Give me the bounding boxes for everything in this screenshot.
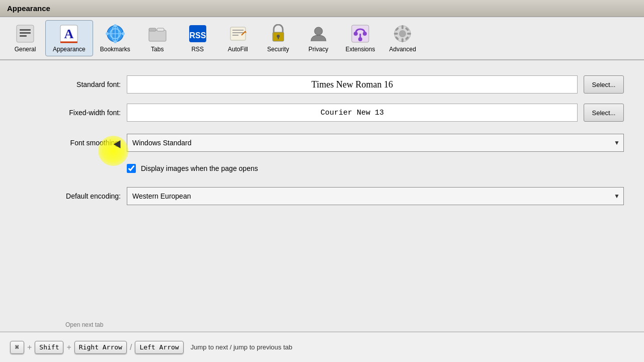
standard-font-row: Standard font: Times New Roman 16 Select… bbox=[20, 75, 624, 94]
display-images-label[interactable]: Display images when the page opens bbox=[141, 164, 258, 172]
svg-text:RSS: RSS bbox=[189, 31, 206, 40]
right-arrow-key-badge: Right Arrow bbox=[74, 341, 127, 354]
svg-rect-1 bbox=[20, 29, 31, 31]
rss-icon: RSS bbox=[188, 24, 208, 44]
sidebar-item-privacy[interactable]: Privacy bbox=[298, 21, 339, 56]
autofill-icon bbox=[228, 24, 248, 44]
svg-rect-3 bbox=[20, 35, 27, 37]
fixed-width-font-label: Fixed-width font: bbox=[20, 109, 121, 117]
preferences-window: Appearance General A bbox=[0, 0, 644, 362]
prev-shortcut-row: Open next tab bbox=[0, 318, 644, 332]
rss-label: RSS bbox=[191, 46, 204, 53]
appearance-label: Appearance bbox=[53, 46, 86, 53]
svg-text:A: A bbox=[64, 27, 74, 41]
tabs-icon bbox=[147, 24, 168, 44]
appearance-icon: A bbox=[59, 24, 79, 44]
default-encoding-select[interactable]: Western European bbox=[127, 187, 624, 205]
default-encoding-dropdown-wrapper: Western European ▼ bbox=[127, 187, 624, 205]
svg-point-30 bbox=[314, 27, 323, 35]
plus-separator-2: + bbox=[66, 343, 71, 352]
fixed-width-font-display: Courier New 13 bbox=[127, 104, 578, 122]
sidebar-item-advanced[interactable]: Advanced bbox=[382, 21, 423, 56]
title-bar: Appearance bbox=[0, 0, 644, 17]
font-smoothing-row: Font smoothing: Windows Standard ▼ bbox=[20, 134, 624, 152]
svg-rect-2 bbox=[20, 32, 31, 34]
tabs-label: Tabs bbox=[151, 46, 164, 53]
privacy-icon bbox=[308, 24, 329, 44]
general-label: General bbox=[15, 46, 36, 53]
general-icon bbox=[15, 24, 35, 44]
standard-font-select-button[interactable]: Select... bbox=[584, 75, 624, 94]
advanced-label: Advanced bbox=[389, 46, 416, 53]
extensions-label: Extensions bbox=[346, 46, 375, 53]
sidebar-item-appearance[interactable]: A Appearance bbox=[45, 20, 93, 56]
svg-point-35 bbox=[358, 37, 362, 41]
bookmarks-label: Bookmarks bbox=[100, 46, 130, 53]
slash-separator: / bbox=[130, 343, 132, 352]
sidebar-item-autofill[interactable]: AutoFill bbox=[218, 21, 258, 56]
advanced-icon bbox=[392, 24, 413, 44]
shortcut-description: Jump to next / jump to previous tab bbox=[191, 343, 292, 351]
cmd-key-badge: ⌘ bbox=[10, 341, 24, 354]
svg-rect-17 bbox=[149, 28, 156, 31]
svg-rect-40 bbox=[394, 33, 398, 35]
content-area: Standard font: Times New Roman 16 Select… bbox=[0, 60, 644, 318]
svg-rect-38 bbox=[401, 25, 404, 29]
autofill-label: AutoFill bbox=[228, 46, 248, 53]
left-arrow-key-badge: Left Arrow bbox=[135, 341, 183, 354]
security-label: Security bbox=[267, 46, 289, 53]
fixed-width-font-select-button[interactable]: Select... bbox=[584, 104, 624, 122]
svg-point-32 bbox=[354, 32, 358, 36]
extensions-icon bbox=[350, 24, 370, 44]
display-images-row: Display images when the page opens bbox=[127, 164, 624, 173]
shift-key-badge: Shift bbox=[35, 341, 63, 354]
display-images-checkbox[interactable] bbox=[127, 164, 136, 173]
font-smoothing-select[interactable]: Windows Standard bbox=[127, 134, 624, 152]
default-encoding-label: Default encoding: bbox=[20, 192, 121, 200]
svg-point-33 bbox=[363, 32, 367, 36]
svg-rect-39 bbox=[401, 38, 404, 42]
svg-rect-18 bbox=[157, 28, 164, 31]
sidebar-item-tabs[interactable]: Tabs bbox=[137, 21, 178, 56]
standard-font-display: Times New Roman 16 bbox=[127, 75, 578, 94]
font-smoothing-dropdown-wrapper: Windows Standard ▼ bbox=[127, 134, 624, 152]
svg-point-37 bbox=[399, 30, 406, 37]
bookmarks-icon bbox=[105, 24, 125, 44]
privacy-label: Privacy bbox=[308, 46, 328, 53]
window-title: Appearance bbox=[7, 4, 50, 13]
svg-rect-41 bbox=[407, 33, 411, 35]
plus-separator-1: + bbox=[27, 343, 32, 352]
fixed-width-font-row: Fixed-width font: Courier New 13 Select.… bbox=[20, 104, 624, 122]
sidebar-item-general[interactable]: General bbox=[5, 21, 45, 56]
sidebar-item-extensions[interactable]: Extensions bbox=[339, 21, 382, 56]
default-encoding-row: Default encoding: Western European ▼ bbox=[20, 187, 624, 205]
sidebar-item-security[interactable]: Security bbox=[258, 21, 298, 56]
font-smoothing-label: Font smoothing: bbox=[20, 139, 121, 147]
standard-font-label: Standard font: bbox=[20, 80, 121, 88]
sidebar-item-bookmarks[interactable]: Bookmarks bbox=[93, 21, 137, 56]
keyboard-shortcut-bar: ⌘ + Shift + Right Arrow / Left Arrow Jum… bbox=[0, 332, 644, 362]
prev-row-text: Open next tab bbox=[65, 321, 103, 328]
toolbar: General A Appearance bbox=[0, 17, 644, 60]
security-icon bbox=[268, 24, 288, 44]
sidebar-item-rss[interactable]: RSS RSS bbox=[178, 21, 218, 56]
svg-rect-16 bbox=[149, 30, 166, 41]
